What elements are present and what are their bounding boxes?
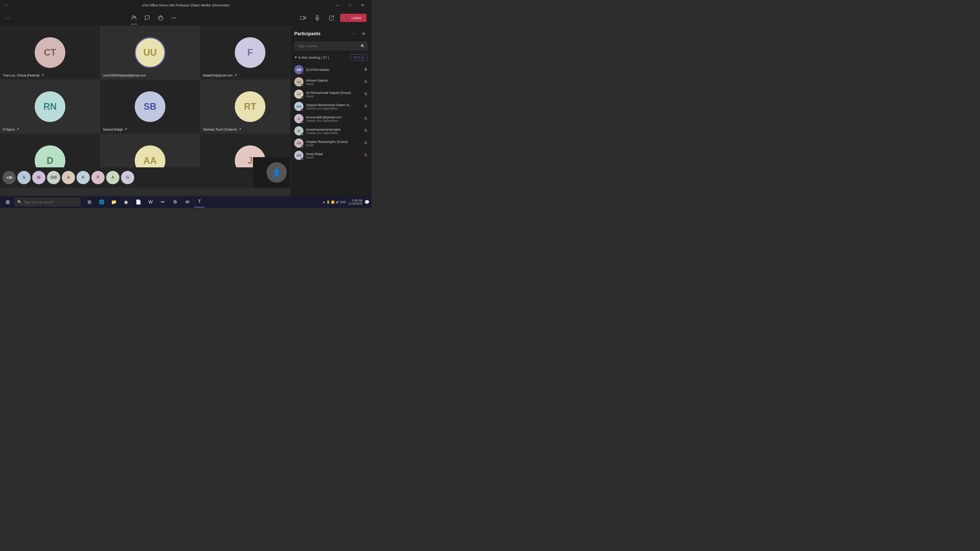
participant-role-4: Outside your organization xyxy=(306,119,361,122)
participant-item-0[interactable]: ZMZLATAN Meškić xyxy=(290,64,372,76)
mini-avatar-2[interactable]: M xyxy=(32,171,45,184)
taskbar-app-mail[interactable]: ✉ xyxy=(182,197,193,208)
minimize-button[interactable]: — xyxy=(331,1,343,9)
mini-avatar-5[interactable]: K xyxy=(76,171,90,184)
svg-point-0 xyxy=(132,16,134,17)
participant-mic-2 xyxy=(364,92,368,97)
participant-item-3[interactable]: AAAlyazia Mohammed Salem Al...Outside yo… xyxy=(290,100,372,113)
status-dot-7 xyxy=(301,158,304,160)
panel-header-actions: ··· ✕ xyxy=(349,30,368,38)
panel-more-button[interactable]: ··· xyxy=(349,30,357,38)
participant-search-input[interactable] xyxy=(294,42,368,50)
search-icon: 🔍 xyxy=(361,44,365,48)
participant-info-3: Alyazia Mohammed Salem Al...Outside your… xyxy=(306,103,361,110)
search-icon: 🔍 xyxy=(18,200,22,204)
toolbar: --:-- xyxy=(0,10,372,25)
participant-mic-4 xyxy=(364,117,368,121)
mini-avatar-1[interactable]: S xyxy=(18,171,30,184)
svg-point-1 xyxy=(135,17,136,18)
more-button[interactable] xyxy=(168,12,180,24)
raise-hand-button[interactable] xyxy=(155,12,166,24)
window-controls: — □ ✕ xyxy=(331,1,369,9)
chat-button[interactable] xyxy=(142,12,153,24)
taskbar-apps: ⊞🌐📁◉📄W✏⚙✉T xyxy=(84,197,205,208)
leave-button[interactable]: 📞 Leave xyxy=(340,14,366,22)
meeting-count: ▼ In this meeting (57) xyxy=(294,56,329,59)
taskbar-app-file-manager[interactable]: 📁 xyxy=(108,197,119,208)
mute-icon: 🎤 xyxy=(234,74,237,77)
mini-avatar-8[interactable]: G xyxy=(121,171,134,184)
camera-button[interactable] xyxy=(298,12,309,24)
svg-point-3 xyxy=(173,17,174,18)
mini-avatar-3[interactable]: SW xyxy=(47,171,60,184)
participants-button[interactable] xyxy=(128,12,140,24)
participant-item-5[interactable]: AamashaasamarasingheOutside your organiz… xyxy=(290,125,372,137)
participant-mic-6 xyxy=(364,141,368,145)
participant-label-5: Tekriwal, Ruchi (Federal)🎤 xyxy=(203,128,242,131)
svg-marker-5 xyxy=(304,17,305,19)
mic-button[interactable] xyxy=(312,12,323,24)
mini-avatar-0[interactable]: +39 xyxy=(3,171,16,184)
mini-avatar-6[interactable]: P xyxy=(91,171,105,184)
participant-info-1: Ahmed SakharGuest xyxy=(306,79,361,86)
taskbar-right: ▲ 🔋 📶 🔊 ENG 5:08 PM 11/16/2020 💬 xyxy=(322,199,369,205)
participant-item-7[interactable]: ARAreej RaadGuest xyxy=(290,149,372,162)
avatar-circle-2: F xyxy=(235,37,266,68)
participant-avatar-1: AS xyxy=(294,77,304,86)
participant-item-6[interactable]: ARAnjalee Ranasinghe (Guest)Guest xyxy=(290,137,372,149)
participant-item-1[interactable]: ASAhmed SakharGuest xyxy=(290,76,372,88)
close-button[interactable]: ✕ xyxy=(357,1,369,9)
share-button[interactable] xyxy=(326,12,337,24)
participant-name-6: Anjalee Ranasinghe (Guest) xyxy=(306,140,361,144)
participant-avatar-5: A xyxy=(294,126,304,135)
participant-avatar-0: ZM xyxy=(294,65,304,74)
participant-info-4: amaniraji91@gmail.comOutside your organi… xyxy=(306,115,361,122)
mini-avatar-4[interactable]: A xyxy=(62,171,75,184)
taskbar-app-word[interactable]: W xyxy=(145,197,156,208)
participant-item-4[interactable]: Aamaniraji91@gmail.comOutside your organ… xyxy=(290,113,372,125)
taskbar-search-input[interactable] xyxy=(24,200,78,204)
status-dot-0 xyxy=(301,72,304,75)
participant-name-3: Alyazia Mohammed Salem Al... xyxy=(306,103,361,107)
chevron-icon: ▼ xyxy=(294,56,298,59)
video-cell-2: Ffadak624@gmail.com🎤 xyxy=(200,25,300,79)
taskbar-app-chrome[interactable]: ◉ xyxy=(121,197,132,208)
volume-icon: 🔊 xyxy=(336,200,339,204)
mini-avatar-7[interactable]: A xyxy=(106,171,119,184)
participant-role-1: Guest xyxy=(306,83,361,86)
avatar-circle-5: RT xyxy=(235,91,266,122)
taskbar-app-teams[interactable]: T xyxy=(194,197,205,208)
search-box: 🔍 xyxy=(294,42,368,50)
taskbar-app-pen[interactable]: ✏ xyxy=(157,197,169,208)
taskbar-app-pdf[interactable]: 📄 xyxy=(133,197,144,208)
avatar-circle-3: RN xyxy=(35,91,65,122)
self-preview: 👤 xyxy=(266,162,287,183)
mute-all-button[interactable]: Mute all xyxy=(350,54,368,60)
taskbar-app-edge[interactable]: 🌐 xyxy=(96,197,107,208)
participant-mic-3 xyxy=(364,104,368,109)
participant-label-3: R Najma🎤 xyxy=(3,128,19,131)
notification-button[interactable]: 💬 xyxy=(364,200,369,205)
participant-label-1: noor2000542jawad@gmail.com xyxy=(103,74,146,77)
panel-title: Participants xyxy=(294,31,321,37)
phone-icon: 📞 xyxy=(345,16,350,20)
participant-role-2: Guest xyxy=(306,95,361,98)
maximize-button[interactable]: □ xyxy=(344,1,356,9)
taskbar-app-explorer[interactable]: ⊞ xyxy=(84,197,95,208)
participant-label-0: Tran-Luu, Chimai (Federal)🎤 xyxy=(3,74,44,77)
panel-close-button[interactable]: ✕ xyxy=(360,30,368,38)
status-dot-6 xyxy=(301,145,304,148)
meeting-info: ▼ In this meeting (57) Mute all xyxy=(290,52,372,62)
participant-info-7: Areej RaadGuest xyxy=(306,152,361,159)
taskbar-search[interactable]: 🔍 xyxy=(14,197,81,206)
participant-avatar-2: AY xyxy=(294,89,304,99)
video-cell-4: SBSahand Baligh🎤 xyxy=(100,79,200,134)
start-button[interactable]: ⊞ xyxy=(2,197,13,208)
taskbar-app-settings[interactable]: ⚙ xyxy=(169,197,181,208)
avatar-circle-4: SB xyxy=(135,91,165,122)
video-cell-1: UUnoor2000542jawad@gmail.com xyxy=(100,25,200,79)
svg-point-4 xyxy=(175,17,176,18)
participant-item-2[interactable]: AYAli Mohammad Yaqobi (Guest)Guest xyxy=(290,88,372,100)
status-dot-4 xyxy=(301,121,304,124)
participant-mic-0 xyxy=(364,68,368,72)
